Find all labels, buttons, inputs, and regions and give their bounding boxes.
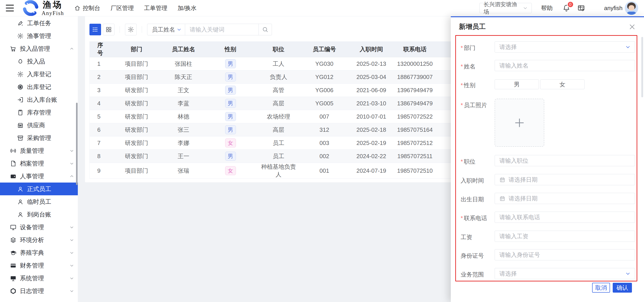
table-row-7[interactable]: 7研发部门李娜女员工0032025-02-1919857072512 <box>90 136 499 150</box>
sidebar-item-投入品[interactable]: 投入品 <box>0 55 78 68</box>
部门-select[interactable]: 请选择 <box>495 42 635 52</box>
sidebar-item-到岗台账[interactable]: 到岗台账 <box>0 208 78 221</box>
photo-upload-box[interactable] <box>495 99 544 147</box>
table-row-1[interactable]: 1项目部门张国柱男工人YG0302025-02-1313200001250 <box>90 57 499 70</box>
sidebar-item-档案管理[interactable]: 档案管理 <box>0 157 78 170</box>
user-avatar[interactable] <box>625 1 638 15</box>
cell-序号: 2 <box>90 70 108 84</box>
nav-item-2[interactable]: 厂区管理 <box>110 4 134 12</box>
chevron-down-icon <box>522 5 528 11</box>
sidebar-item-供应商[interactable]: 供应商 <box>0 119 78 132</box>
table-toolbar: 员工姓名 <box>90 24 272 35</box>
chevron-down-icon <box>69 250 74 255</box>
sidebar-item-工单任务[interactable]: 工单任务 <box>0 17 78 30</box>
card-icon <box>10 262 16 269</box>
list-view-button[interactable] <box>90 24 101 35</box>
close-icon[interactable] <box>628 23 636 31</box>
gender-badge: 男 <box>225 99 236 108</box>
table-row-8[interactable]: 8研发部门王一男员工0022024-02-2219857072511 <box>90 150 499 163</box>
field-label: 业务范围 <box>461 271 484 278</box>
sidebar-item-系统管理[interactable]: 系统管理 <box>0 272 78 284</box>
column-settings-button[interactable] <box>125 24 137 35</box>
工资-input[interactable]: 请输入工资 <box>495 231 635 242</box>
sidebar-item-投入品管理[interactable]: 投入品管理 <box>0 42 78 55</box>
help-link[interactable]: 帮助 <box>541 4 553 12</box>
column-header-员工姓名: 员工姓名 <box>166 42 202 57</box>
sidebar-item-财务管理[interactable]: 财务管理 <box>0 259 78 272</box>
cell-员工编号: 003 <box>298 136 351 150</box>
出生日期-date-input[interactable]: 请选择日期 <box>495 193 635 204</box>
cell-序号: 6 <box>90 123 108 136</box>
search-field-select[interactable]: 员工姓名 <box>147 24 185 35</box>
sidebar: 工单任务渔事管理投入品管理投入品入库登记出库登记出入库台账库存管理供应商采购管理… <box>0 16 78 302</box>
search-icon <box>262 26 268 33</box>
nav-item-3[interactable]: 工单管理 <box>144 4 167 12</box>
table-row-4[interactable]: 4研发部门李蓝男高层YG0052021-03-1013867949479 <box>90 97 499 110</box>
cell-部门: 研发部门 <box>108 150 166 163</box>
hamburger-menu-icon[interactable] <box>6 5 14 12</box>
联系电话-input[interactable]: 请输入联系电话 <box>495 212 635 223</box>
cell-员工编号: 001 <box>298 163 351 179</box>
table-row-2[interactable]: 2项目部门陈天正男负责人YG0122025-03-0418867739007 <box>90 70 499 84</box>
nav-item-4[interactable]: 加/换水 <box>178 4 196 12</box>
gender-cell: 男 <box>202 70 260 84</box>
home-icon <box>74 5 80 11</box>
confirm-button[interactable]: 确认 <box>613 283 632 292</box>
sidebar-item-设备管理[interactable]: 设备管理 <box>0 221 78 234</box>
employee-table: 序号部门员工姓名性别职位员工编号入职时间联系电话 1项目部门张国柱男工人YG03… <box>90 42 499 179</box>
sidebar-item-出入库台账[interactable]: 出入库台账 <box>0 93 78 106</box>
gender-cell: 女 <box>202 136 260 150</box>
notification-bell[interactable]: 0 <box>562 4 570 12</box>
search-input[interactable] <box>185 24 259 35</box>
gender-male-button[interactable]: 男 <box>495 80 539 89</box>
table-row-3[interactable]: 3研发部门王文男高管YG0062021-06-0913967949479 <box>90 84 499 97</box>
cell-部门: 项目部门 <box>108 57 166 70</box>
sidebar-item-质量管理[interactable]: 质量管理 <box>0 144 78 157</box>
入职时间-date-input[interactable]: 请选择日期 <box>495 174 635 185</box>
sidebar-item-环境分析[interactable]: 环境分析 <box>0 234 78 246</box>
cell-部门: 研发部门 <box>108 136 166 150</box>
sidebar-item-养殖字典[interactable]: 养殖字典 <box>0 246 78 259</box>
cancel-button[interactable]: 取消 <box>592 283 610 292</box>
person-icon <box>17 198 24 205</box>
sidebar-item-临时员工[interactable]: 临时员工 <box>0 195 78 208</box>
workbench-settings-icon[interactable] <box>577 4 585 12</box>
sidebar-item-日志管理[interactable]: 日志管理 <box>0 284 78 297</box>
职位-input[interactable]: 请输入职位 <box>495 155 635 166</box>
sidebar-item-库存管理[interactable]: 库存管理 <box>0 106 78 119</box>
cell-序号: 4 <box>90 97 108 110</box>
chevron-down-icon <box>69 263 74 268</box>
field-label: 身份证号 <box>461 252 484 260</box>
person-icon <box>17 211 24 218</box>
cell-员工姓名: 张三 <box>166 123 202 136</box>
sidebar-item-正式员工[interactable]: 正式员工 <box>0 182 78 195</box>
calendar-icon <box>499 196 505 202</box>
grid-view-button[interactable] <box>103 24 114 35</box>
nav-item-1[interactable]: 控制台 <box>74 4 100 12</box>
chevron-up-icon <box>69 174 74 179</box>
sidebar-item-入库登记[interactable]: 入库登记 <box>0 68 78 80</box>
navbar-menu: 控制台厂区管理工单管理加/换水 <box>74 4 196 12</box>
egg-icon <box>17 58 24 65</box>
sidebar-item-渔事管理[interactable]: 渔事管理 <box>0 30 78 42</box>
sidebar-item-出库登记[interactable]: 出库登记 <box>0 80 78 93</box>
fish-logo-icon <box>23 0 38 16</box>
table-row-6[interactable]: 6研发部门张三男高层3122025-02-1819857075164 <box>90 123 499 136</box>
calendar-icon <box>499 177 505 183</box>
业务范围-select[interactable]: 请选择 <box>495 268 635 279</box>
cell-联系电话: 19857072522 <box>392 110 438 123</box>
username-label[interactable]: anyfish <box>604 5 622 12</box>
身份证号-input[interactable]: 请输入身份证号 <box>495 249 635 260</box>
table-row-5[interactable]: 5研发部门林德男农场经理0072010-07-0119857072522 <box>90 110 499 123</box>
sidebar-item-人事管理[interactable]: 人事管理 <box>0 170 78 182</box>
姓名-input[interactable]: 请输入姓名 <box>495 60 635 71</box>
sidebar-scrollbar[interactable] <box>76 103 78 185</box>
cell-序号: 5 <box>90 110 108 123</box>
table-row-9[interactable]: 9项目部门张瑞女种植基地负责人0012024-07-1919857072510 <box>90 163 499 179</box>
farm-select[interactable]: 长兴泗安塘渔场 <box>480 3 532 13</box>
sidebar-item-采购管理[interactable]: 采购管理 <box>0 132 78 144</box>
drawer-scrollbar[interactable] <box>641 37 643 97</box>
cell-职位: 工人 <box>260 57 298 70</box>
search-button[interactable] <box>258 24 272 35</box>
gender-female-button[interactable]: 女 <box>540 80 584 89</box>
